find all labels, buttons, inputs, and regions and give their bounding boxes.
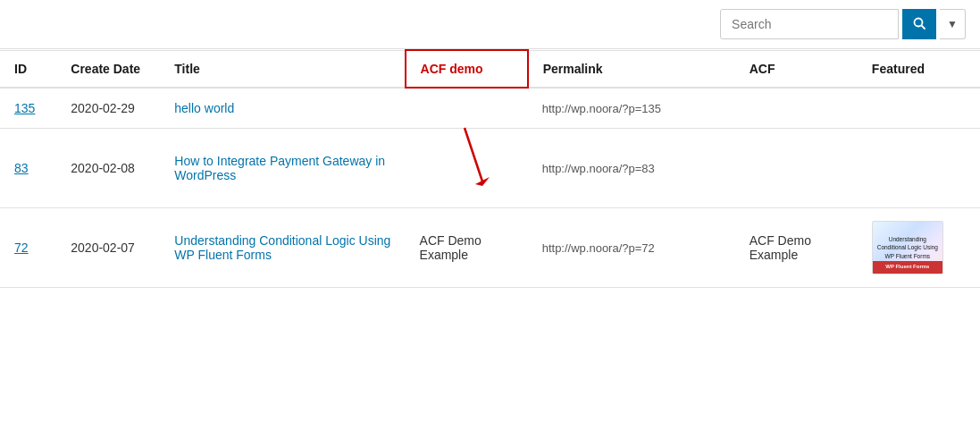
- cell-id: 72: [0, 208, 56, 288]
- acf-value: ACF Demo Example: [750, 233, 811, 262]
- cell-title: How to Integrate Payment Gateway in Word…: [160, 129, 405, 208]
- cell-id: 135: [0, 88, 56, 129]
- cell-acf: [735, 88, 858, 129]
- featured-img-content: UnderstandingConditional Logic UsingWP F…: [877, 235, 938, 259]
- cell-acf-demo: [406, 88, 528, 129]
- permalink-text: http://wp.noora/?p=83: [542, 162, 655, 175]
- featured-image: UnderstandingConditional Logic UsingWP F…: [872, 221, 943, 274]
- featured-img-text: UnderstandingConditional Logic UsingWP F…: [877, 235, 938, 259]
- search-input[interactable]: [720, 9, 899, 39]
- search-button[interactable]: [902, 9, 936, 39]
- table-header-row: ID Create Date Title ACF demo Permalink …: [0, 50, 980, 88]
- arrow-container: [420, 141, 514, 195]
- col-header-id: ID: [0, 50, 56, 88]
- search-dropdown-button[interactable]: ▼: [940, 9, 966, 39]
- table-row: 83 2020-02-08 How to Integrate Payment G…: [0, 129, 980, 208]
- top-bar: ▼: [0, 0, 980, 49]
- col-header-permalink: Permalink: [528, 50, 735, 88]
- svg-line-1: [922, 25, 926, 29]
- table-row: 135 2020-02-29 hello world http://wp.noo…: [0, 88, 980, 129]
- cell-date: 2020-02-07: [56, 208, 160, 288]
- permalink-text: http://wp.noora/?p=72: [542, 241, 655, 255]
- id-link[interactable]: 83: [14, 161, 29, 175]
- col-header-acf-demo: ACF demo: [406, 50, 528, 88]
- col-header-featured: Featured: [858, 50, 980, 88]
- title-link[interactable]: How to Integrate Payment Gateway in Word…: [174, 154, 385, 182]
- id-link[interactable]: 72: [14, 240, 29, 255]
- cell-acf-demo: ACF Demo Example: [406, 208, 528, 288]
- search-icon: [913, 17, 926, 30]
- acf-demo-value: ACF Demo Example: [420, 233, 482, 262]
- cell-date: 2020-02-08: [56, 129, 160, 208]
- col-header-acf: ACF: [735, 50, 858, 88]
- permalink-text: http://wp.noora/?p=135: [542, 102, 661, 115]
- cell-featured: [858, 129, 980, 208]
- arrow-icon: [447, 123, 500, 195]
- chevron-down-icon: ▼: [947, 18, 958, 30]
- svg-line-2: [465, 128, 482, 181]
- cell-permalink: http://wp.noora/?p=72: [528, 208, 735, 288]
- cell-date: 2020-02-29: [56, 88, 160, 129]
- cell-acf-demo: [406, 129, 528, 208]
- title-link[interactable]: Understanding Conditional Logic Using WP…: [174, 233, 390, 262]
- col-header-create-date: Create Date: [56, 50, 160, 88]
- cell-acf: ACF Demo Example: [735, 208, 858, 288]
- cell-id: 83: [0, 129, 56, 208]
- cell-featured: [858, 88, 980, 129]
- cell-title: hello world: [160, 88, 405, 129]
- featured-img-bar-text: WP Fluent Forms: [885, 264, 929, 271]
- data-table: ID Create Date Title ACF demo Permalink …: [0, 49, 980, 288]
- table-row: 72 2020-02-07 Understanding Conditional …: [0, 208, 980, 288]
- cell-permalink: http://wp.noora/?p=83: [528, 129, 735, 208]
- featured-img-bar: WP Fluent Forms: [873, 261, 942, 274]
- cell-permalink: http://wp.noora/?p=135: [528, 88, 735, 129]
- page-wrapper: ▼ ID Create Date Title ACF demo Permalin…: [0, 0, 980, 447]
- id-link[interactable]: 135: [14, 101, 35, 115]
- title-link[interactable]: hello world: [174, 101, 234, 115]
- col-header-title: Title: [160, 50, 405, 88]
- cell-featured: UnderstandingConditional Logic UsingWP F…: [858, 208, 980, 288]
- cell-title: Understanding Conditional Logic Using WP…: [160, 208, 405, 288]
- cell-acf: [735, 129, 858, 208]
